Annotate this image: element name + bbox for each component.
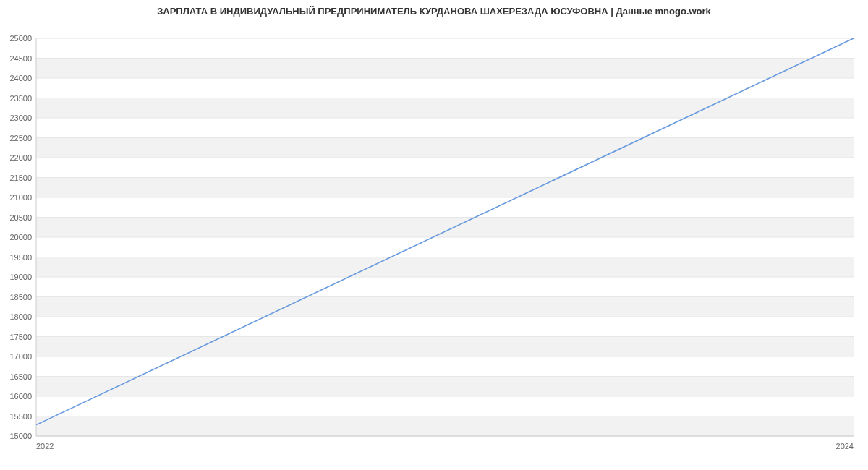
svg-text:17000: 17000 [9, 352, 32, 361]
svg-text:18000: 18000 [9, 312, 32, 321]
svg-rect-1 [36, 377, 854, 397]
svg-rect-4 [36, 257, 854, 278]
svg-text:17500: 17500 [9, 333, 32, 341]
svg-text:22500: 22500 [9, 134, 32, 142]
svg-text:23500: 23500 [9, 94, 32, 103]
chart-title: ЗАРПЛАТА В ИНДИВИДУАЛЬНЫЙ ПРЕДПРИНИМАТЕЛ… [0, 0, 868, 17]
svg-text:18500: 18500 [9, 293, 32, 302]
line-chart: 1500015500160001650017000175001800018500… [0, 17, 868, 465]
svg-text:20000: 20000 [9, 233, 32, 242]
svg-rect-8 [36, 98, 854, 119]
svg-rect-3 [36, 297, 854, 317]
svg-text:23000: 23000 [9, 114, 32, 122]
svg-text:21500: 21500 [9, 174, 32, 182]
svg-text:24000: 24000 [9, 74, 32, 82]
svg-rect-5 [36, 218, 854, 238]
svg-text:19500: 19500 [9, 253, 32, 262]
svg-rect-9 [36, 59, 854, 79]
svg-text:20500: 20500 [9, 213, 32, 222]
svg-rect-0 [36, 416, 854, 437]
svg-text:24500: 24500 [9, 54, 32, 63]
svg-rect-2 [36, 337, 854, 357]
svg-text:16500: 16500 [9, 372, 32, 381]
svg-rect-7 [36, 138, 854, 158]
svg-text:15000: 15000 [9, 432, 32, 440]
svg-text:21000: 21000 [9, 193, 32, 202]
svg-text:2024: 2024 [836, 442, 854, 450]
svg-text:25000: 25000 [9, 34, 32, 43]
svg-text:22000: 22000 [9, 153, 32, 162]
svg-text:19000: 19000 [9, 273, 32, 281]
svg-text:16000: 16000 [9, 392, 32, 401]
svg-text:15500: 15500 [9, 412, 32, 421]
chart-container: ЗАРПЛАТА В ИНДИВИДУАЛЬНЫЙ ПРЕДПРИНИМАТЕЛ… [0, 0, 868, 470]
svg-rect-6 [36, 178, 854, 198]
svg-text:2022: 2022 [36, 442, 54, 450]
